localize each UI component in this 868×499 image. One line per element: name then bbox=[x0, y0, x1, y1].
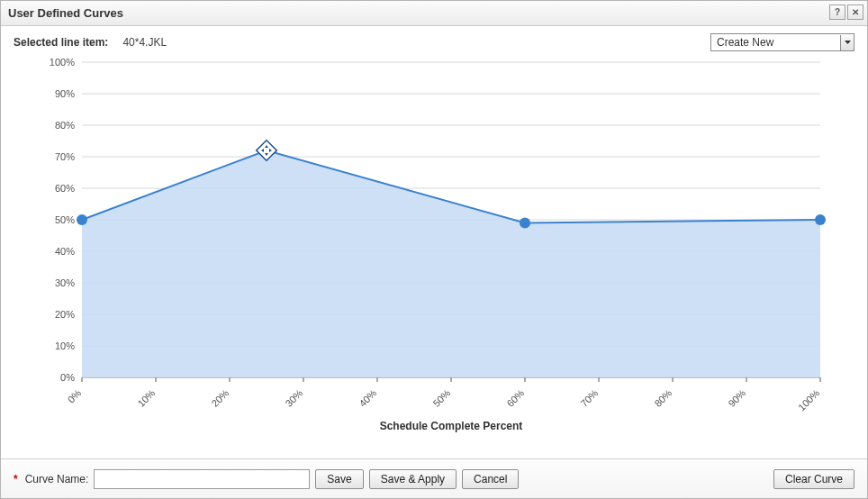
svg-text:100%: 100% bbox=[50, 57, 75, 68]
svg-text:90%: 90% bbox=[55, 88, 75, 99]
dialog-window: User Defined Curves ? ✕ Selected line it… bbox=[0, 0, 868, 499]
toolbar: Selected line item: 40*4.JKL Create New bbox=[1, 26, 867, 53]
svg-text:100%: 100% bbox=[796, 387, 822, 413]
chart-point[interactable] bbox=[815, 214, 826, 225]
svg-text:30%: 30% bbox=[55, 277, 75, 288]
curve-chart[interactable]: 0%10%20%30%40%50%60%70%80%90%100%0%10%20… bbox=[19, 53, 847, 440]
svg-text:60%: 60% bbox=[55, 183, 75, 194]
svg-text:10%: 10% bbox=[135, 387, 157, 409]
selected-line-item-label: Selected line item: bbox=[14, 36, 108, 49]
svg-text:40%: 40% bbox=[55, 246, 75, 257]
svg-text:10%: 10% bbox=[55, 340, 75, 351]
svg-text:50%: 50% bbox=[430, 387, 452, 409]
curve-select[interactable]: Create New bbox=[710, 33, 854, 51]
curve-name-label: Curve Name: bbox=[25, 473, 89, 485]
svg-text:90%: 90% bbox=[726, 387, 747, 409]
svg-text:70%: 70% bbox=[578, 387, 600, 409]
svg-text:80%: 80% bbox=[55, 120, 75, 131]
window-title: User Defined Curves bbox=[8, 6, 123, 20]
svg-text:0%: 0% bbox=[60, 372, 75, 383]
cancel-button[interactable]: Cancel bbox=[462, 469, 519, 489]
svg-text:70%: 70% bbox=[55, 151, 75, 162]
save-apply-button[interactable]: Save & Apply bbox=[369, 469, 457, 489]
svg-text:80%: 80% bbox=[652, 387, 674, 409]
curve-name-input[interactable] bbox=[94, 469, 310, 489]
help-button[interactable]: ? bbox=[829, 5, 845, 20]
chart-point[interactable] bbox=[77, 214, 87, 225]
svg-text:20%: 20% bbox=[209, 387, 231, 409]
svg-text:0%: 0% bbox=[66, 387, 84, 405]
selected-line-item-value: 40*4.JKL bbox=[122, 36, 167, 49]
svg-text:20%: 20% bbox=[55, 309, 75, 320]
svg-text:60%: 60% bbox=[504, 387, 526, 409]
chart-point[interactable] bbox=[520, 218, 530, 229]
curve-select-value: Create New bbox=[717, 36, 773, 49]
chevron-down-icon bbox=[840, 35, 854, 50]
footer-bar: * Curve Name: Save Save & Apply Cancel C… bbox=[1, 458, 867, 498]
clear-curve-button[interactable]: Clear Curve bbox=[773, 469, 854, 489]
svg-text:Schedule Complete Percent: Schedule Complete Percent bbox=[380, 420, 523, 432]
svg-text:30%: 30% bbox=[283, 387, 304, 409]
titlebar: User Defined Curves ? ✕ bbox=[1, 1, 867, 26]
svg-text:40%: 40% bbox=[357, 387, 378, 409]
required-asterisk-icon: * bbox=[14, 473, 18, 485]
svg-text:50%: 50% bbox=[55, 214, 75, 225]
close-button[interactable]: ✕ bbox=[847, 5, 863, 20]
chart-area: 0%10%20%30%40%50%60%70%80%90%100%0%10%20… bbox=[1, 53, 867, 458]
save-button[interactable]: Save bbox=[315, 469, 363, 489]
